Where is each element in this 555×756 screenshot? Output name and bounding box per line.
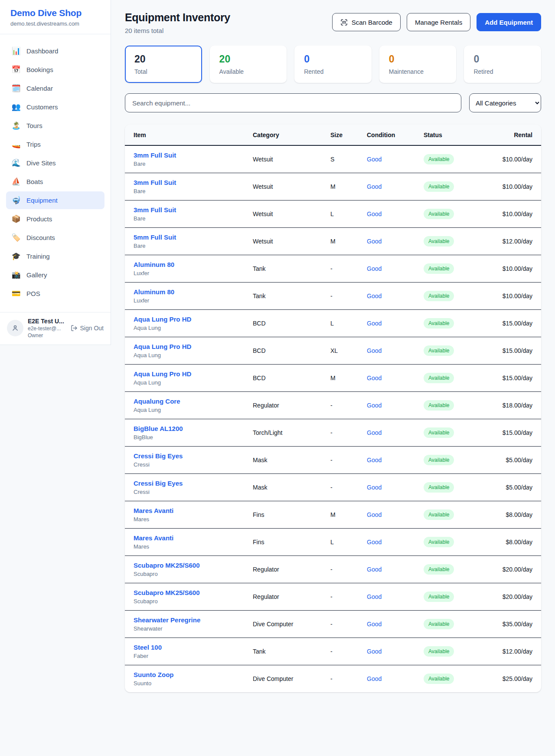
stat-card-total[interactable]: 20 Total <box>125 46 202 83</box>
table-row: Aqua Lung Pro HD Aqua Lung BCD M Good Av… <box>125 365 541 392</box>
item-name-link[interactable]: Shearwater Peregrine <box>134 616 253 624</box>
stat-label: Total <box>134 68 193 75</box>
manage-rentals-button[interactable]: Manage Rentals <box>407 13 470 31</box>
table-row: BigBlue AL1200 BigBlue Torch/Light - Goo… <box>125 419 541 447</box>
sidebar-item-pos[interactable]: 💳 POS <box>6 285 104 302</box>
item-condition-link[interactable]: Good <box>367 210 424 217</box>
status-cell: Available <box>424 400 493 411</box>
item-name-link[interactable]: 5mm Full Suit <box>134 233 253 241</box>
status-badge: Available <box>424 646 454 657</box>
item-category: Tank <box>253 648 330 655</box>
sidebar-item-tours[interactable]: 🏝️ Tours <box>6 117 104 135</box>
item-name-link[interactable]: Suunto Zoop <box>134 671 253 678</box>
item-condition-link[interactable]: Good <box>367 265 424 272</box>
add-equipment-label: Add Equipment <box>485 19 533 26</box>
user-name: E2E Test U... <box>28 318 66 325</box>
brand-name[interactable]: Demo Dive Shop <box>10 8 100 18</box>
item-name-link[interactable]: Aluminum 80 <box>134 288 253 296</box>
sidebar-item-equipment[interactable]: 🤿 Equipment <box>6 191 104 209</box>
item-name-link[interactable]: Aqua Lung Pro HD <box>134 343 253 350</box>
stat-card-maintenance[interactable]: 0 Maintenance <box>379 46 457 83</box>
item-size: XL <box>330 347 367 354</box>
item-condition-link[interactable]: Good <box>367 593 424 600</box>
item-name-link[interactable]: Steel 100 <box>134 644 253 651</box>
item-name-link[interactable]: Aqualung Core <box>134 398 253 405</box>
main-content: Equipment Inventory 20 items total Scan … <box>111 0 555 692</box>
item-name-link[interactable]: BigBlue AL1200 <box>134 425 253 432</box>
item-condition-link[interactable]: Good <box>367 156 424 163</box>
trips-icon: 🚤 <box>11 140 21 149</box>
add-equipment-button[interactable]: Add Equipment <box>477 13 541 31</box>
sidebar-item-trips[interactable]: 🚤 Trips <box>6 135 104 153</box>
item-category: BCD <box>253 320 330 327</box>
item-name-link[interactable]: Mares Avanti <box>134 534 253 542</box>
item-name-link[interactable]: Cressi Big Eyes <box>134 480 253 487</box>
stat-card-retired[interactable]: 0 Retired <box>464 46 541 83</box>
item-name-link[interactable]: Aluminum 80 <box>134 261 253 268</box>
stat-value: 0 <box>473 53 532 65</box>
item-condition-link[interactable]: Good <box>367 375 424 381</box>
scan-barcode-label: Scan Barcode <box>352 19 392 26</box>
sidebar-item-customers[interactable]: 👥 Customers <box>6 98 104 116</box>
column-header-item: Item <box>134 131 253 138</box>
sidebar-item-dive-sites[interactable]: 🌊 Dive Sites <box>6 154 104 172</box>
item-condition-link[interactable]: Good <box>367 183 424 190</box>
item-size: M <box>330 511 367 518</box>
items-total-count: 20 items total <box>125 27 230 34</box>
item-condition-link[interactable]: Good <box>367 238 424 245</box>
sidebar-item-bookings[interactable]: 📅 Bookings <box>6 61 104 79</box>
nav-item-label: Calendar <box>26 85 53 92</box>
item-condition-link[interactable]: Good <box>367 648 424 655</box>
nav-item-label: Products <box>26 215 52 223</box>
item-condition-link[interactable]: Good <box>367 511 424 518</box>
table-row: Cressi Big Eyes Cressi Mask - Good Avail… <box>125 447 541 474</box>
nav-item-label: Tours <box>26 122 42 129</box>
item-name-link[interactable]: 3mm Full Suit <box>134 206 253 214</box>
item-category: Wetsuit <box>253 238 330 245</box>
item-name-link[interactable]: Scubapro MK25/S600 <box>134 589 253 596</box>
category-select[interactable]: All Categories <box>469 93 541 112</box>
sign-out-button[interactable]: Sign Out <box>71 325 104 332</box>
table-row: Mares Avanti Mares Fins L Good Available… <box>125 529 541 556</box>
item-brand: BigBlue <box>134 434 253 440</box>
search-input[interactable] <box>125 93 461 112</box>
item-size: - <box>330 265 367 272</box>
sidebar-item-products[interactable]: 📦 Products <box>6 210 104 228</box>
person-icon <box>11 324 19 332</box>
item-name-link[interactable]: Aqua Lung Pro HD <box>134 316 253 323</box>
item-name-link[interactable]: Mares Avanti <box>134 507 253 514</box>
item-rental-rate: $15.00/day <box>493 347 532 354</box>
table-row: Aqua Lung Pro HD Aqua Lung BCD XL Good A… <box>125 337 541 365</box>
item-condition-link[interactable]: Good <box>367 621 424 628</box>
item-name-link[interactable]: Cressi Big Eyes <box>134 452 253 460</box>
dashboard-icon: 📊 <box>11 46 21 56</box>
sidebar-item-calendar[interactable]: 🗓️ Calendar <box>6 79 104 97</box>
sidebar-item-gallery[interactable]: 📸 Gallery <box>6 266 104 284</box>
scan-barcode-button[interactable]: Scan Barcode <box>332 13 401 31</box>
sidebar-item-discounts[interactable]: 🏷️ Discounts <box>6 229 104 247</box>
item-condition-link[interactable]: Good <box>367 293 424 299</box>
item-condition-link[interactable]: Good <box>367 457 424 463</box>
table-body: 3mm Full Suit Bare Wetsuit S Good Availa… <box>125 146 541 692</box>
item-name-link[interactable]: 3mm Full Suit <box>134 151 253 159</box>
item-condition-link[interactable]: Good <box>367 566 424 573</box>
status-cell: Available <box>424 674 493 684</box>
item-condition-link[interactable]: Good <box>367 402 424 409</box>
item-condition-link[interactable]: Good <box>367 320 424 327</box>
item-cell: 3mm Full Suit Bare <box>134 179 253 194</box>
item-condition-link[interactable]: Good <box>367 484 424 491</box>
sidebar-item-training[interactable]: 🎓 Training <box>6 247 104 265</box>
stat-card-available[interactable]: 20 Available <box>210 46 287 83</box>
item-condition-link[interactable]: Good <box>367 675 424 682</box>
item-name-link[interactable]: 3mm Full Suit <box>134 179 253 186</box>
item-condition-link[interactable]: Good <box>367 539 424 546</box>
item-condition-link[interactable]: Good <box>367 429 424 436</box>
item-name-link[interactable]: Scubapro MK25/S600 <box>134 562 253 569</box>
sidebar-item-boats[interactable]: ⛵ Boats <box>6 173 104 191</box>
item-brand: Aqua Lung <box>134 352 253 358</box>
item-condition-link[interactable]: Good <box>367 347 424 354</box>
item-name-link[interactable]: Aqua Lung Pro HD <box>134 370 253 378</box>
stat-card-rented[interactable]: 0 Rented <box>294 46 372 83</box>
sidebar-item-dashboard[interactable]: 📊 Dashboard <box>6 42 104 60</box>
stat-cards: 20 Total 20 Available 0 Rented 0 Mainten… <box>125 46 541 83</box>
